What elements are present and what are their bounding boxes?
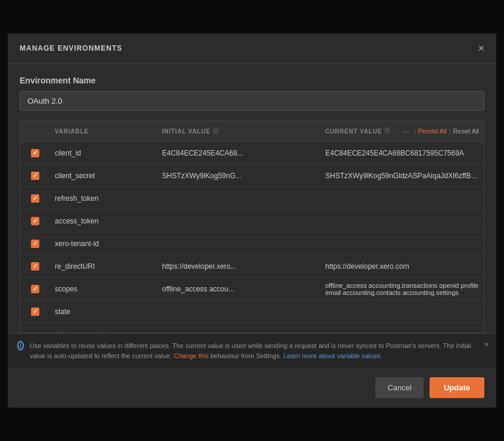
checkbox-cell bbox=[20, 331, 50, 333]
separator2: | bbox=[449, 128, 451, 135]
initial-value-cell bbox=[157, 218, 321, 225]
change-this-link[interactable]: Change this bbox=[173, 352, 209, 359]
info-icon: i bbox=[17, 341, 24, 350]
initial-value-cell: offline_access accou... bbox=[157, 281, 321, 297]
initial-value-sort-icon: ⓪ bbox=[213, 127, 219, 135]
update-button[interactable]: Update bbox=[430, 377, 484, 398]
manage-environments-modal: MANAGE ENVIRONMENTS × Environment Name V… bbox=[8, 33, 496, 408]
checkbox-cell bbox=[20, 168, 50, 184]
info-text: Use variables to reuse values in differe… bbox=[30, 341, 487, 361]
row-checkbox[interactable] bbox=[31, 217, 39, 225]
current-value-cell bbox=[321, 331, 484, 333]
table-row: client_id E4C84ECE245E4CA68... E4C84ECE2… bbox=[20, 142, 484, 164]
checkbox-cell bbox=[20, 304, 50, 319]
checkbox-cell bbox=[20, 236, 50, 251]
initial-value-cell: E4C84ECE245E4CA68... bbox=[157, 145, 321, 161]
variable-name-cell: client_secret bbox=[50, 168, 157, 184]
variables-table: VARIABLE INITIAL VALUE ⓪ CURRENT VALUE ⓪… bbox=[20, 120, 484, 333]
row-checkbox[interactable] bbox=[31, 285, 39, 293]
checkbox-cell bbox=[20, 145, 50, 161]
row-checkbox[interactable] bbox=[31, 262, 39, 271]
row-checkbox[interactable] bbox=[31, 172, 39, 180]
close-button[interactable]: × bbox=[478, 43, 484, 54]
separator1: | bbox=[414, 128, 416, 135]
col-initial-value: INITIAL VALUE ⓪ bbox=[157, 121, 321, 141]
info-banner: i Use variables to reuse values in diffe… bbox=[8, 333, 496, 368]
add-variable-placeholder[interactable]: Add a new variable bbox=[50, 327, 157, 333]
current-value-cell bbox=[321, 240, 484, 247]
row-checkbox[interactable] bbox=[31, 149, 39, 157]
current-value-sort-icon: ⓪ bbox=[384, 127, 391, 135]
table-row: client_secret SHSTzXWy9lKog59nG... SHSTz… bbox=[20, 164, 484, 187]
table-row: xero-tenant-id bbox=[20, 232, 484, 255]
row-checkbox[interactable] bbox=[31, 194, 39, 203]
variable-name-cell: scopes bbox=[50, 281, 157, 297]
current-value-cell bbox=[321, 308, 484, 315]
more-options-icon[interactable]: ··· bbox=[402, 126, 409, 136]
checkbox-cell bbox=[20, 259, 50, 274]
table-row: state bbox=[20, 300, 484, 323]
col-variable: VARIABLE bbox=[50, 122, 157, 141]
table-col-actions: ··· | Persist All | Reset All bbox=[402, 126, 479, 136]
initial-value-cell bbox=[157, 240, 321, 247]
variable-name-cell: client_id bbox=[50, 145, 157, 161]
variable-name-cell: state bbox=[50, 304, 157, 319]
current-value-cell: https://developer.xero.com bbox=[321, 259, 484, 274]
modal-header: MANAGE ENVIRONMENTS × bbox=[8, 33, 496, 64]
modal-overlay: MANAGE ENVIRONMENTS × Environment Name V… bbox=[0, 0, 504, 441]
initial-value-cell: SHSTzXWy9lKog59nG... bbox=[157, 168, 321, 184]
initial-value-cell bbox=[157, 331, 321, 333]
info-banner-close-button[interactable]: × bbox=[484, 340, 489, 349]
col-checkbox bbox=[20, 125, 50, 137]
variable-name-cell: re_directURI bbox=[50, 259, 157, 274]
variable-name-cell: xero-tenant-id bbox=[50, 236, 157, 251]
current-value-cell: E4C84ECE245E4CA68BC6817595C7569A bbox=[321, 145, 484, 161]
initial-value-cell: https://developer.xero... bbox=[157, 259, 321, 274]
learn-more-link[interactable]: Learn more about variable values bbox=[284, 352, 381, 359]
initial-value-cell bbox=[157, 195, 321, 202]
table-row: scopes offline_access accou... offline_a… bbox=[20, 278, 484, 300]
modal-footer: Cancel Update bbox=[8, 368, 496, 408]
current-value-cell: offline_access accounting.transactions o… bbox=[321, 278, 484, 300]
checkbox-cell bbox=[20, 281, 50, 297]
checkbox-cell bbox=[20, 191, 50, 206]
modal-body: Environment Name VARIABLE INITIAL VALUE … bbox=[8, 64, 496, 333]
env-name-label: Environment Name bbox=[20, 76, 484, 85]
table-header: VARIABLE INITIAL VALUE ⓪ CURRENT VALUE ⓪… bbox=[20, 121, 484, 142]
variable-name-cell: refresh_token bbox=[50, 191, 157, 206]
variable-name-cell: access_token bbox=[50, 213, 157, 229]
current-value-cell bbox=[321, 218, 484, 225]
reset-all-button[interactable]: Reset All bbox=[453, 128, 479, 135]
row-checkbox[interactable] bbox=[31, 308, 39, 316]
table-row: re_directURI https://developer.xero... h… bbox=[20, 255, 484, 278]
add-variable-row[interactable]: Add a new variable bbox=[20, 323, 484, 333]
persist-all-button[interactable]: Persist All bbox=[418, 128, 447, 135]
current-value-cell bbox=[321, 195, 484, 202]
current-value-cell: SHSTzXWy9lKog59nGldzASPaAiqaJdXI6zffBPiJ… bbox=[321, 168, 484, 184]
modal-title: MANAGE ENVIRONMENTS bbox=[20, 44, 122, 52]
row-checkbox[interactable] bbox=[31, 240, 39, 248]
table-row: refresh_token bbox=[20, 187, 484, 210]
table-row: access_token bbox=[20, 210, 484, 232]
initial-value-cell bbox=[157, 308, 321, 315]
table-body: client_id E4C84ECE245E4CA68... E4C84ECE2… bbox=[20, 142, 484, 333]
env-name-input[interactable] bbox=[20, 91, 484, 111]
checkbox-cell bbox=[20, 213, 50, 229]
cancel-button[interactable]: Cancel bbox=[375, 377, 423, 398]
